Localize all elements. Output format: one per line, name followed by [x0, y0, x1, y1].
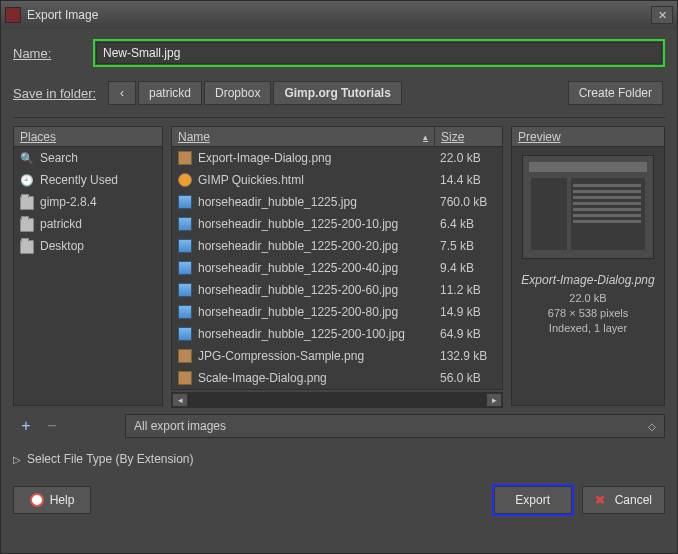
file-size: 11.2 kB: [434, 283, 496, 297]
window-title: Export Image: [27, 8, 98, 22]
file-jpg-icon: [178, 239, 192, 253]
places-item[interactable]: Search: [14, 147, 162, 169]
close-button[interactable]: ✕: [651, 6, 673, 24]
file-size: 22.0 kB: [434, 151, 496, 165]
preview-body: Export-Image-Dialog.png 22.0 kB 678 × 53…: [512, 147, 664, 405]
create-folder-button[interactable]: Create Folder: [568, 81, 663, 105]
cancel-icon: [595, 493, 609, 507]
help-icon: [30, 493, 44, 507]
file-row[interactable]: horseheadir_hubble_1225-200-60.jpg11.2 k…: [172, 279, 502, 301]
preview-thumbnail: [522, 155, 654, 259]
file-name: horseheadir_hubble_1225-200-80.jpg: [198, 305, 434, 319]
file-name: horseheadir_hubble_1225.jpg: [198, 195, 434, 209]
places-header[interactable]: Places: [14, 127, 162, 147]
breadcrumb-dropbox[interactable]: Dropbox: [204, 81, 271, 105]
search-icon: [20, 151, 34, 165]
places-item-label: Search: [40, 151, 78, 165]
places-item[interactable]: Recently Used: [14, 169, 162, 191]
file-row[interactable]: horseheadir_hubble_1225-200-20.jpg7.5 kB: [172, 235, 502, 257]
file-size: 64.9 kB: [434, 327, 496, 341]
breadcrumb-patrickd[interactable]: patrickd: [138, 81, 202, 105]
dropdown-icon: ◇: [648, 421, 656, 432]
filename-input[interactable]: [96, 42, 662, 64]
export-highlight: Export: [492, 484, 574, 516]
file-name: Export-Image-Dialog.png: [198, 151, 434, 165]
folder-icon: [20, 196, 34, 210]
export-dialog: Export Image ✕ Name: Save in folder: ‹ p…: [0, 0, 678, 554]
file-row[interactable]: GIMP Quickies.html14.4 kB: [172, 169, 502, 191]
file-filter-label: All export images: [134, 419, 226, 433]
file-name: Scale-Image-Dialog.png: [198, 371, 434, 385]
name-highlight: [93, 39, 665, 67]
file-jpg-icon: [178, 305, 192, 319]
column-size[interactable]: Size: [434, 127, 502, 146]
file-row[interactable]: Scale-Image-Dialog.png56.0 kB: [172, 367, 502, 389]
places-item[interactable]: patrickd: [14, 213, 162, 235]
titlebar: Export Image ✕: [1, 1, 677, 29]
name-label: Name:: [13, 46, 93, 61]
file-row[interactable]: horseheadir_hubble_1225.jpg760.0 kB: [172, 191, 502, 213]
file-row[interactable]: JPG-Compression-Sample.png132.9 kB: [172, 345, 502, 367]
help-button[interactable]: Help: [13, 486, 91, 514]
divider: [13, 117, 665, 118]
file-row[interactable]: horseheadir_hubble_1225-200-100.jpg64.9 …: [172, 323, 502, 345]
cancel-button[interactable]: Cancel: [582, 486, 665, 514]
expander-icon: ▷: [13, 454, 21, 465]
places-item[interactable]: gimp-2.8.4: [14, 191, 162, 213]
file-size: 9.4 kB: [434, 261, 496, 275]
file-row[interactable]: horseheadir_hubble_1225-200-40.jpg9.4 kB: [172, 257, 502, 279]
file-row[interactable]: horseheadir_hubble_1225-200-10.jpg6.4 kB: [172, 213, 502, 235]
file-size: 56.0 kB: [434, 371, 496, 385]
remove-bookmark-button[interactable]: −: [39, 415, 65, 437]
file-jpg-icon: [178, 327, 192, 341]
file-size: 14.9 kB: [434, 305, 496, 319]
places-item-label: Desktop: [40, 239, 84, 253]
recent-icon: [20, 173, 34, 187]
folder-icon: [20, 218, 34, 232]
folder-label: Save in folder:: [13, 86, 108, 101]
breadcrumb-back-button[interactable]: ‹: [108, 81, 136, 105]
folder-icon: [20, 240, 34, 254]
column-name[interactable]: Name ▴: [172, 130, 434, 144]
file-size: 7.5 kB: [434, 239, 496, 253]
file-png-icon: [178, 151, 192, 165]
file-png-icon: [178, 349, 192, 363]
file-jpg-icon: [178, 261, 192, 275]
scroll-left-icon[interactable]: ◂: [172, 393, 188, 407]
places-item[interactable]: Desktop: [14, 235, 162, 257]
preview-filename: Export-Image-Dialog.png: [521, 273, 654, 287]
file-jpg-icon: [178, 283, 192, 297]
places-item-label: gimp-2.8.4: [40, 195, 97, 209]
scroll-right-icon[interactable]: ▸: [486, 393, 502, 407]
file-name: horseheadir_hubble_1225-200-100.jpg: [198, 327, 434, 341]
file-row[interactable]: horseheadir_hubble_1225-200-80.jpg14.9 k…: [172, 301, 502, 323]
app-icon: [5, 7, 21, 23]
file-size: 6.4 kB: [434, 217, 496, 231]
file-jpg-icon: [178, 195, 192, 209]
file-size: 760.0 kB: [434, 195, 496, 209]
file-filter-dropdown[interactable]: All export images ◇: [125, 414, 665, 438]
breadcrumb-gimp-org-tutorials[interactable]: Gimp.org Tutorials: [273, 81, 401, 105]
file-size: 132.9 kB: [434, 349, 496, 363]
file-html-icon: [178, 173, 192, 187]
file-size: 14.4 kB: [434, 173, 496, 187]
file-name: horseheadir_hubble_1225-200-20.jpg: [198, 239, 434, 253]
file-name: GIMP Quickies.html: [198, 173, 434, 187]
file-name: horseheadir_hubble_1225-200-40.jpg: [198, 261, 434, 275]
files-header: Name ▴ Size: [172, 127, 502, 147]
export-button[interactable]: Export: [494, 486, 572, 514]
file-name: horseheadir_hubble_1225-200-10.jpg: [198, 217, 434, 231]
places-item-label: patrickd: [40, 217, 82, 231]
file-png-icon: [178, 371, 192, 385]
preview-header: Preview: [512, 127, 664, 147]
file-name: JPG-Compression-Sample.png: [198, 349, 434, 363]
horizontal-scrollbar[interactable]: ◂ ▸: [171, 392, 503, 408]
places-item-label: Recently Used: [40, 173, 118, 187]
file-row[interactable]: Export-Image-Dialog.png22.0 kB: [172, 147, 502, 169]
sort-indicator-icon: ▴: [423, 132, 428, 142]
file-name: horseheadir_hubble_1225-200-60.jpg: [198, 283, 434, 297]
select-file-type-expander[interactable]: ▷ Select File Type (By Extension): [13, 452, 665, 466]
add-bookmark-button[interactable]: +: [13, 415, 39, 437]
preview-meta: 22.0 kB 678 × 538 pixels Indexed, 1 laye…: [548, 291, 628, 336]
file-jpg-icon: [178, 217, 192, 231]
